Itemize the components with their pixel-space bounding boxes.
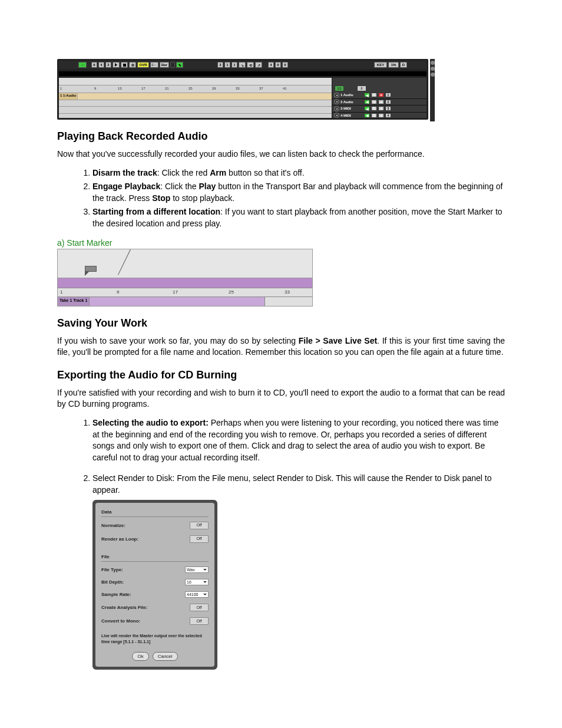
clip-overview-strip[interactable] bbox=[58, 278, 312, 288]
analysis-toggle[interactable]: Off bbox=[190, 604, 209, 611]
heading-saving: Saving Your Work bbox=[57, 317, 505, 330]
cancel-button[interactable]: Cancel bbox=[153, 652, 178, 661]
overview-strip[interactable] bbox=[59, 71, 427, 76]
transport-digit: 4 bbox=[98, 62, 104, 68]
ruler-tick: 9 bbox=[94, 87, 96, 90]
mono-label: Convert to Mono: bbox=[101, 618, 140, 624]
track-activator-icon[interactable]: ◀ bbox=[364, 113, 370, 118]
ruler-tick: 41 bbox=[283, 87, 287, 90]
track-name: 2 Audio bbox=[340, 100, 363, 104]
track-num: 3 bbox=[385, 106, 391, 111]
start-marker-caption: a) Start Marker bbox=[57, 238, 505, 248]
track-header-1[interactable]: ▾ 1 Audio ◀ S ● 1 bbox=[332, 92, 427, 99]
solo-icon[interactable]: S bbox=[371, 100, 377, 104]
quantize-box[interactable]: 1/1 bbox=[335, 85, 344, 91]
track-num: 4 bbox=[385, 113, 391, 118]
ruler-tick: 17 bbox=[141, 87, 146, 90]
cpu-meter: 1% bbox=[388, 62, 399, 68]
bar-display[interactable]: Bar bbox=[160, 62, 169, 68]
arm-icon[interactable]: ● bbox=[378, 106, 384, 111]
ruler-tick: 33 bbox=[236, 87, 240, 90]
arrow-right-icon[interactable]: → bbox=[78, 62, 87, 68]
ruler-tick: 17 bbox=[173, 289, 178, 295]
step-label: Selecting the audio to export: bbox=[92, 418, 209, 427]
track-lane-2[interactable] bbox=[59, 100, 332, 107]
ruler-tick: 33 bbox=[285, 289, 290, 295]
ovr-button[interactable]: OVR bbox=[137, 62, 149, 68]
pencil-icon[interactable]: ✎ bbox=[176, 62, 183, 68]
transport-digit: 9 bbox=[91, 62, 97, 68]
track-fold-icon[interactable]: ▾ bbox=[334, 99, 339, 104]
bitdepth-select[interactable]: 16 bbox=[185, 579, 209, 585]
stop-button[interactable] bbox=[121, 62, 128, 68]
step-label: Starting from a different location bbox=[92, 207, 220, 216]
tempo-digit: 0 bbox=[275, 62, 281, 68]
samplerate-label: Sample Rate: bbox=[101, 591, 131, 598]
knob-icon[interactable] bbox=[170, 62, 175, 68]
track-header-2[interactable]: ▾ 2 Audio ◀ S ● 2 bbox=[332, 99, 427, 106]
empty-region bbox=[265, 297, 312, 307]
solo-icon[interactable]: S bbox=[371, 93, 377, 97]
samplerate-select[interactable]: 44100 bbox=[185, 591, 209, 598]
ok-button[interactable]: Ok bbox=[132, 652, 148, 661]
step-label: Engage Playback bbox=[92, 182, 160, 191]
key-button[interactable]: KEY bbox=[374, 62, 387, 68]
tempo-digit: 0 bbox=[282, 62, 288, 68]
start-marker-handle[interactable] bbox=[85, 266, 97, 276]
track-fold-icon[interactable]: ▾ bbox=[334, 106, 339, 111]
list-item: Selecting the audio to export: Perhaps w… bbox=[92, 417, 505, 463]
chevron-down-icon bbox=[203, 594, 207, 595]
track-activator-icon[interactable]: ◀ bbox=[364, 100, 370, 104]
clip-region[interactable]: Take 1 Track 1 bbox=[58, 297, 312, 307]
analysis-label: Create Analysis File: bbox=[101, 604, 147, 611]
filetype-select[interactable]: Wav bbox=[185, 566, 209, 573]
back-to-arrangement-icon[interactable]: ≡← bbox=[150, 62, 158, 68]
d-button[interactable]: D bbox=[400, 62, 407, 68]
solo-icon[interactable]: S bbox=[371, 113, 377, 118]
track-lane-1[interactable]: 1 1-Audio bbox=[59, 93, 332, 100]
playback-steps: Disarm the track: Click the red Arm butt… bbox=[57, 167, 505, 230]
render-loop-toggle[interactable]: Off bbox=[190, 535, 209, 543]
render-loop-label: Render as Loop: bbox=[101, 536, 138, 542]
step-label: Disarm the track bbox=[92, 168, 157, 177]
scrub-area[interactable] bbox=[59, 78, 332, 85]
track-fold-icon[interactable]: ▾ bbox=[334, 113, 339, 118]
arm-icon[interactable]: ● bbox=[378, 100, 384, 104]
timeline-ruler[interactable]: 1 9 13 17 21 25 29 33 37 41 bbox=[59, 85, 332, 93]
position-digit: 3 bbox=[217, 62, 223, 68]
track-name: 3 MIDI bbox=[340, 107, 363, 110]
ruler-tick: 13 bbox=[118, 87, 122, 90]
filetype-label: File Type: bbox=[101, 566, 123, 573]
arm-icon[interactable]: ● bbox=[378, 93, 384, 97]
bitdepth-label: Bit Depth: bbox=[101, 579, 124, 585]
arm-icon[interactable]: ● bbox=[378, 113, 384, 118]
position-digit: 1 bbox=[232, 62, 237, 68]
heading-playback: Playing Back Recorded Audio bbox=[57, 130, 505, 143]
track-name: 1 Audio bbox=[340, 93, 363, 97]
ruler-tick: 1 bbox=[60, 87, 62, 90]
track-activator-icon[interactable]: ◀ bbox=[364, 106, 370, 111]
list-item: Select Render to Disk: From the File men… bbox=[92, 473, 505, 670]
track-header-3[interactable]: ▾ 3 MIDI ◀ S ● 3 bbox=[332, 106, 427, 113]
track-lane-3[interactable] bbox=[59, 107, 332, 114]
ruler-tick: 9 bbox=[117, 289, 119, 295]
mono-toggle[interactable]: Off bbox=[190, 617, 209, 625]
loop-icon[interactable]: ⟲ bbox=[247, 62, 254, 68]
track-fold-icon[interactable]: ▾ bbox=[334, 93, 339, 98]
track-num: 2 bbox=[385, 100, 391, 104]
record-button[interactable] bbox=[129, 62, 136, 68]
bars-box[interactable]: 8 bbox=[357, 85, 366, 91]
punch-out-icon[interactable]: ↗ bbox=[255, 62, 262, 68]
track-lane-4[interactable] bbox=[59, 114, 332, 118]
track-header-4[interactable]: ▾ 4 MIDI ◀ S ● 4 bbox=[332, 113, 427, 118]
punch-in-icon[interactable]: ↘ bbox=[239, 62, 246, 68]
normalize-toggle[interactable]: Off bbox=[190, 522, 209, 529]
dialog-section-header-file: File bbox=[101, 554, 209, 562]
track-activator-icon[interactable]: ◀ bbox=[364, 93, 370, 97]
solo-icon[interactable]: S bbox=[371, 106, 377, 111]
play-button[interactable] bbox=[113, 62, 120, 68]
normalize-label: Normalize: bbox=[101, 522, 125, 529]
tempo-digit: 4 bbox=[268, 62, 274, 68]
clip-ruler[interactable]: 1 9 17 25 33 bbox=[58, 288, 312, 297]
render-range-note: Live will render the Master output over … bbox=[101, 633, 209, 645]
